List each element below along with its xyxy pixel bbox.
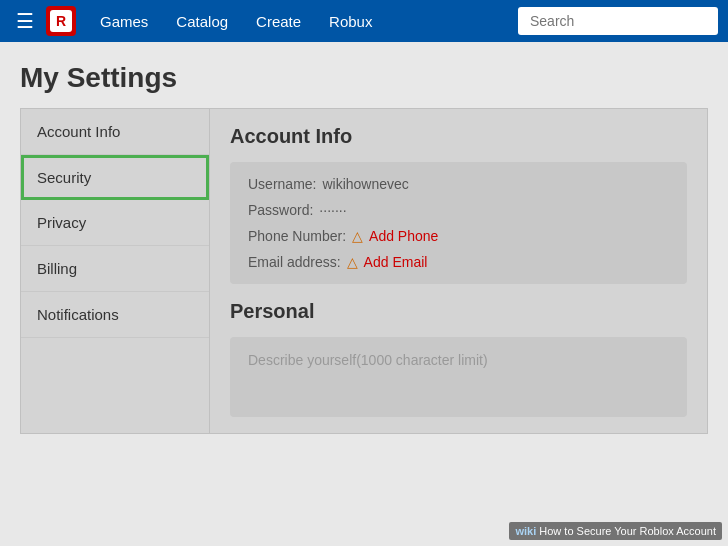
- sidebar-item-account-info[interactable]: Account Info: [21, 109, 209, 155]
- email-warning-icon: △: [347, 254, 358, 270]
- personal-title: Personal: [230, 300, 687, 323]
- add-email-link[interactable]: Add Email: [364, 254, 428, 270]
- add-phone-link[interactable]: Add Phone: [369, 228, 438, 244]
- page-content: My Settings Account Info Security Privac…: [0, 42, 728, 444]
- account-info-box: Username: wikihownevec Password: ·······…: [230, 162, 687, 284]
- nav-bar: ☰ R Games Catalog Create Robux: [0, 0, 728, 42]
- phone-row: Phone Number: △ Add Phone: [248, 228, 669, 244]
- nav-games[interactable]: Games: [86, 0, 162, 42]
- nav-links: Games Catalog Create Robux: [86, 0, 512, 42]
- watermark: wiki How to Secure Your Roblox Account: [509, 522, 722, 540]
- sidebar-item-billing[interactable]: Billing: [21, 246, 209, 292]
- password-label: Password:: [248, 202, 313, 218]
- username-value: wikihownevec: [322, 176, 408, 192]
- watermark-wiki: wiki: [515, 525, 536, 537]
- page-title: My Settings: [20, 62, 708, 94]
- sidebar-item-notifications[interactable]: Notifications: [21, 292, 209, 338]
- nav-robux[interactable]: Robux: [315, 0, 386, 42]
- sidebar-item-privacy[interactable]: Privacy: [21, 200, 209, 246]
- personal-placeholder: Describe yourself(1000 character limit): [248, 352, 488, 368]
- roblox-logo[interactable]: R: [46, 6, 76, 36]
- phone-warning-icon: △: [352, 228, 363, 244]
- watermark-text: How to Secure Your Roblox Account: [539, 525, 716, 537]
- personal-box: Describe yourself(1000 character limit): [230, 337, 687, 417]
- nav-create[interactable]: Create: [242, 0, 315, 42]
- logo-letter: R: [56, 13, 66, 29]
- password-value: ·······: [319, 202, 346, 218]
- account-info-title: Account Info: [230, 125, 687, 148]
- password-row: Password: ·······: [248, 202, 669, 218]
- email-row: Email address: △ Add Email: [248, 254, 669, 270]
- sidebar-item-security[interactable]: Security: [21, 155, 209, 200]
- username-row: Username: wikihownevec: [248, 176, 669, 192]
- main-content: Account Info Username: wikihownevec Pass…: [210, 108, 708, 434]
- email-label: Email address:: [248, 254, 341, 270]
- personal-section: Personal Describe yourself(1000 characte…: [230, 300, 687, 417]
- hamburger-icon[interactable]: ☰: [10, 5, 40, 37]
- nav-catalog[interactable]: Catalog: [162, 0, 242, 42]
- username-label: Username:: [248, 176, 316, 192]
- app-container: ☰ R Games Catalog Create Robux My Settin…: [0, 0, 728, 546]
- sidebar: Account Info Security Privacy Billing No…: [20, 108, 210, 434]
- phone-label: Phone Number:: [248, 228, 346, 244]
- search-input[interactable]: [518, 7, 718, 35]
- settings-layout: Account Info Security Privacy Billing No…: [20, 108, 708, 434]
